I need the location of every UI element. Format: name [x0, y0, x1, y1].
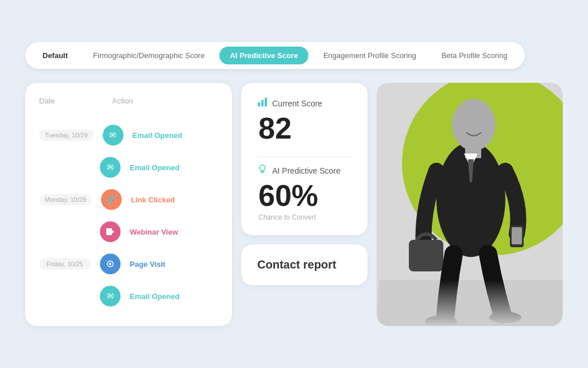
ai-score-value: 60%: [258, 179, 351, 212]
svg-point-7: [260, 165, 265, 171]
email-icon-1: ✉: [103, 125, 123, 145]
activity-row: ✉ Email Opened: [39, 280, 218, 312]
svg-rect-4: [258, 102, 260, 106]
image-column: [377, 83, 563, 326]
right-section: Current Score 82: [241, 83, 563, 326]
current-score-label-row: Current Score: [257, 97, 351, 110]
svg-rect-0: [106, 228, 112, 235]
separator: [257, 156, 351, 157]
activity-panel: Date Action Tuesday, 10/29 ✉ Email Opene…: [25, 83, 232, 326]
activity-row: ✉ Email Opened: [39, 151, 218, 183]
action-label-5: Page Visit: [130, 260, 165, 269]
ai-score-section: AI Predictive Score 60% Chance to Conver…: [257, 164, 351, 221]
tab-firmographic[interactable]: Firmographic/Demographic Score: [83, 47, 215, 64]
action-column-header: Action: [112, 97, 133, 105]
action-label-3: Link Clicked: [131, 195, 175, 204]
contact-report-card: Contact report: [241, 244, 368, 285]
date-label: Tuesday, 10/29: [39, 129, 94, 141]
activity-header: Date Action: [39, 97, 218, 110]
link-icon: 🔗: [101, 189, 122, 210]
email-icon-3: ✉: [100, 286, 121, 306]
tab-beta[interactable]: Beta Profile Scoring: [431, 47, 518, 64]
svg-marker-1: [112, 230, 114, 233]
bar-chart-icon: [257, 97, 268, 110]
svg-rect-6: [265, 98, 267, 106]
date-column-header: Date: [39, 97, 55, 105]
score-card: Current Score 82: [241, 83, 368, 235]
date-label-2: Monday, 10/28: [39, 194, 92, 205]
ai-score-label-row: AI Predictive Score: [257, 164, 351, 177]
activity-row: Friday, 10/25 Page Visit: [39, 248, 218, 280]
svg-point-3: [109, 263, 111, 265]
page-visit-icon: [100, 254, 121, 274]
tab-bar: Default Firmographic/Demographic Score A…: [25, 42, 525, 69]
webinar-icon: [100, 221, 121, 242]
activity-row: Monday, 10/28 🔗 Link Clicked: [39, 183, 218, 216]
bulb-icon: [257, 164, 268, 177]
svg-point-10: [452, 99, 496, 151]
ai-score-label: AI Predictive Score: [272, 166, 341, 175]
current-score-value: 82: [258, 112, 351, 145]
action-label-6: Email Opened: [130, 292, 180, 301]
tab-default[interactable]: Default: [32, 47, 78, 64]
main-container: Default Firmographic/Demographic Score A…: [11, 28, 577, 340]
chance-label: Chance to Convert: [258, 213, 351, 221]
action-label-1: Email Opened: [133, 131, 183, 140]
contact-report-title: Contact report: [257, 258, 336, 271]
activity-row: Tuesday, 10/29 ✉ Email Opened: [39, 119, 218, 151]
action-label-4: Webinar View: [130, 228, 178, 236]
svg-rect-14: [512, 227, 522, 244]
activity-row: Webinar View: [39, 216, 218, 248]
main-content: Date Action Tuesday, 10/29 ✉ Email Opene…: [25, 83, 563, 326]
tab-engagement[interactable]: Engagement Profile Scoring: [313, 47, 427, 64]
current-score-label: Current Score: [272, 99, 322, 108]
background-scene: [377, 83, 563, 326]
svg-rect-5: [261, 100, 264, 106]
current-score-section: Current Score 82: [257, 97, 351, 145]
date-label-3: Friday, 10/25: [39, 258, 91, 270]
email-icon-2: ✉: [100, 157, 121, 178]
cards-column: Current Score 82: [241, 83, 368, 326]
svg-rect-15: [409, 240, 443, 271]
tab-ai-predictive[interactable]: AI Predictive Score: [219, 47, 308, 64]
action-label-2: Email Opened: [130, 163, 180, 172]
